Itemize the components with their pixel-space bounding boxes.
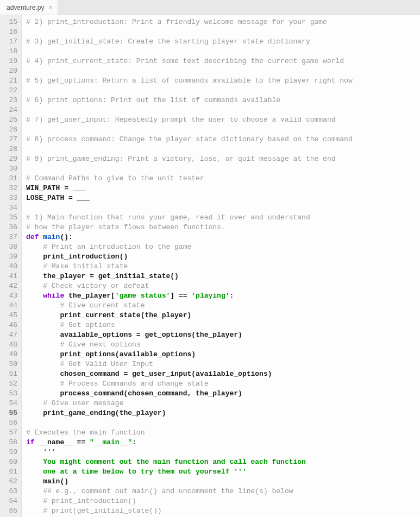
token-string: 'game status': [115, 292, 170, 300]
token-comment: # Make initial state: [43, 262, 128, 270]
gutter-line-number: 25: [2, 115, 17, 125]
gutter-line-number: 59: [2, 447, 17, 457]
code-line: # Print an introduction to the game: [26, 242, 420, 252]
code-line: LOSE_PATH = ___: [26, 193, 420, 203]
code-line: [26, 105, 420, 115]
token-plain: print_options(available_options): [60, 350, 196, 358]
code-line: print_introduction(): [26, 252, 420, 262]
gutter-line-number: 62: [2, 477, 17, 487]
code-line: # 7) get_user_input: Repeatedly prompt t…: [26, 115, 420, 125]
tab-file[interactable]: adventure.py ×: [0, 0, 58, 15]
code-line: # Give next options: [26, 340, 420, 350]
code-line: main(): [26, 477, 420, 487]
token-comment: # Give next options: [60, 341, 140, 349]
code-line: # Give user message: [26, 399, 420, 408]
code-line: # print_introduction(): [26, 496, 420, 506]
code-line: WIN_PATH = ___: [26, 184, 420, 193]
gutter-line-number: 50: [2, 360, 17, 369]
gutter-line-number: 19: [2, 56, 17, 66]
code-area[interactable]: # 2) print_introduction: Print a friendl…: [22, 15, 420, 517]
code-line: print_options(available_options): [26, 350, 420, 360]
token-string: 'playing': [191, 292, 229, 300]
token-plain: WIN_PATH = ___: [26, 184, 85, 192]
code-line: [26, 66, 420, 76]
token-string: one at a time below to try them out your…: [43, 468, 246, 476]
code-line: # Get Valid User Input: [26, 360, 420, 369]
token-comment: # Print an introduction to the game: [43, 243, 191, 251]
token-plain: the_player = get_initial_state(): [43, 272, 179, 280]
editor: 1516171819202122232425262728293031323334…: [0, 15, 420, 517]
token-plain: LOSE_PATH = ___: [26, 194, 90, 202]
gutter-line-number: 41: [2, 272, 17, 281]
token-comment: # Check victory or defeat: [43, 282, 149, 290]
gutter-line-number: 53: [2, 389, 17, 399]
code-line: [26, 418, 420, 428]
code-line: # 9) print_game_ending: Print a victory,…: [26, 154, 420, 164]
token-comment: # Process Commands and change state: [60, 380, 208, 388]
close-icon[interactable]: ×: [48, 4, 52, 11]
gutter-line-number: 29: [2, 154, 17, 164]
code-line: available_options = get_options(the_play…: [26, 330, 420, 340]
token-plain: main(): [43, 477, 68, 486]
gutter-line-number: 15: [2, 17, 17, 27]
code-line: # 1) Main function that runs your game, …: [26, 213, 420, 223]
gutter-line-number: 36: [2, 223, 17, 232]
gutter-line-number: 32: [2, 184, 17, 193]
gutter-line-number: 61: [2, 467, 17, 477]
token-comment: # 3) get_initial_state: Create the start…: [26, 37, 310, 46]
gutter-line-number: 47: [2, 330, 17, 340]
gutter-line-number: 28: [2, 144, 17, 154]
code-line: def main():: [26, 232, 420, 242]
code-line: ## e.g., comment out main() and uncommen…: [26, 487, 420, 496]
code-line: [26, 125, 420, 135]
code-line: # 6) print_options: Print out the list o…: [26, 96, 420, 105]
gutter-line-number: 22: [2, 86, 17, 96]
gutter-line-number: 56: [2, 418, 17, 428]
token-plain: print_introduction(): [43, 253, 128, 261]
gutter-line-number: 38: [2, 242, 17, 252]
code-line: # 2) print_introduction: Print a friendl…: [26, 17, 420, 27]
code-line: # Get options: [26, 320, 420, 330]
code-line: [26, 164, 420, 174]
token-plain: :: [132, 438, 136, 446]
token-comment: # 8) process_command: Change the player …: [26, 135, 353, 143]
token-comment: # Get options: [60, 321, 115, 329]
token-plain: chosen_command = get_user_input(availabl…: [60, 370, 272, 378]
token-comment: # 2) print_introduction: Print a friendl…: [26, 18, 327, 26]
code-line: chosen_command = get_user_input(availabl…: [26, 369, 420, 379]
gutter-line-number: 43: [2, 291, 17, 301]
code-line: [26, 86, 420, 96]
code-line: # 5) get_options: Return a list of comma…: [26, 76, 420, 86]
gutter-line-number: 46: [2, 320, 17, 330]
gutter-line-number: 64: [2, 496, 17, 506]
token-comment: # print(get_initial_state()): [43, 507, 161, 515]
token-comment: # Command Paths to give to the unit test…: [26, 174, 204, 182]
code-line: # 4) print_current_state: Print some tex…: [26, 56, 420, 66]
gutter-line-number: 42: [2, 281, 17, 291]
token-comment: # 7) get_user_input: Repeatedly prompt t…: [26, 116, 336, 124]
token-comment: # Give current state: [60, 301, 145, 310]
gutter-line-number: 48: [2, 340, 17, 350]
token-plain: :: [230, 292, 234, 300]
code-line: # 8) process_command: Change the player …: [26, 135, 420, 144]
code-line: # Give current state: [26, 301, 420, 311]
token-comment: # 4) print_current_state: Print some tex…: [26, 57, 344, 65]
token-keyword: while: [43, 292, 64, 300]
gutter-line-number: 35: [2, 213, 17, 223]
token-comment: ## e.g., comment out main() and uncommen…: [43, 487, 293, 495]
token-plain: print_game_ending(the_player): [43, 409, 166, 417]
code-line: print_current_state(the_player): [26, 311, 420, 320]
code-line: You might comment out the main function …: [26, 457, 420, 467]
token-plain: available_options = get_options(the_play…: [60, 331, 242, 339]
gutter-line-number: 37: [2, 232, 17, 242]
code-line: # Make initial state: [26, 262, 420, 272]
code-line: [26, 144, 420, 154]
token-comment: # Executes the main function: [26, 428, 145, 437]
token-comment: # 9) print_game_ending: Print a victory,…: [26, 155, 336, 163]
gutter-line-number: 63: [2, 487, 17, 496]
gutter-line-number: 54: [2, 399, 17, 408]
code-line: print_game_ending(the_player): [26, 408, 420, 418]
gutter-line-number: 51: [2, 369, 17, 379]
gutter-line-number: 30: [2, 164, 17, 174]
gutter-line-number: 27: [2, 135, 17, 144]
